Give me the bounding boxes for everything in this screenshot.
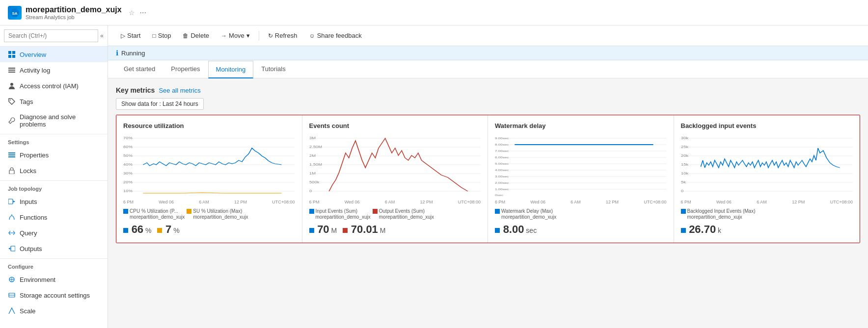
stop-button[interactable]: □ Stop (147, 29, 176, 42)
see-all-metrics-link[interactable]: See all metrics (159, 87, 200, 94)
svg-text:1.50M: 1.50M (309, 162, 322, 166)
legend-item-input: Input Events (Sum)morepartition_demo_xuj… (309, 208, 371, 220)
svg-rect-11 (8, 152, 15, 153)
legend-text-watermark: Watermark Delay (Max)morepartition_demo_… (501, 208, 556, 220)
app-icon: SA (8, 6, 22, 20)
scale-icon (8, 307, 16, 315)
environment-icon (8, 276, 16, 283)
sidebar-item-label: Functions (20, 214, 47, 221)
search-input[interactable] (4, 29, 98, 42)
svg-text:1M: 1M (309, 171, 316, 175)
show-data-button[interactable]: Show data for : Last 24 hours (116, 98, 204, 110)
sidebar-item-label: Activity log (20, 67, 50, 74)
share-feedback-button[interactable]: ☺ Share feedback (304, 29, 366, 42)
svg-text:3M: 3M (309, 136, 316, 140)
functions-icon (8, 213, 16, 221)
refresh-button[interactable]: ↻ Refresh (263, 29, 302, 42)
tab-get-started[interactable]: Get started (116, 60, 163, 78)
chart-x-labels-resource: 6 PMWed 066 AM12 PMUTC+08:00 (123, 200, 295, 204)
sidebar-item-label: Scale (20, 307, 36, 315)
toolbar-divider (259, 31, 259, 41)
svg-rect-5 (12, 55, 15, 58)
sidebar-item-functions[interactable]: Functions (0, 209, 108, 225)
sidebar-item-properties[interactable]: Properties (0, 147, 108, 163)
sidebar-item-overview[interactable]: Overview (0, 47, 108, 62)
output-value: 70.01 (351, 223, 378, 235)
metric-value-row-resource: 66 % 7 % (123, 223, 295, 236)
move-label: Move (229, 32, 244, 39)
svg-point-9 (10, 83, 13, 86)
svg-rect-2 (8, 51, 11, 54)
tab-tutorials[interactable]: Tutorials (253, 60, 293, 78)
query-icon (8, 229, 16, 237)
svg-text:9.00sec: 9.00sec (495, 137, 509, 140)
sidebar-item-access-control[interactable]: Access control (IAM) (0, 78, 108, 94)
backlogged-input-card: Backlogged input events 30k 25k 20k 15k (674, 115, 860, 243)
svg-text:2.50M: 2.50M (309, 145, 322, 149)
sidebar-item-locks[interactable]: Locks (0, 163, 108, 178)
favorite-icon[interactable]: ☆ (129, 9, 135, 17)
legend-color-watermark (495, 209, 500, 214)
svg-text:0sec: 0sec (495, 194, 504, 197)
legend-item-output: Output Events (Sum)morepartition_demo_xu… (373, 208, 434, 220)
sidebar-item-tags[interactable]: Tags (0, 94, 108, 109)
metric-value-row-backlogged: 26.70 k (681, 223, 853, 236)
cpu-metric: 66 % (123, 223, 151, 236)
legend-item-su: SU % Utilization (Max)morepartition_demo… (187, 208, 248, 220)
events-count-card: Events count 3M 2.50M 2M 1.50M 1M (302, 115, 488, 243)
job-topology-section-label: Job topology (0, 180, 108, 194)
svg-point-10 (10, 100, 11, 101)
sidebar-item-storage-account[interactable]: Storage account settings (0, 287, 108, 303)
key-metrics-title: Key metrics (116, 86, 155, 94)
svg-rect-16 (11, 246, 15, 251)
move-button[interactable]: → Move ▾ (216, 29, 255, 42)
properties-icon (8, 151, 16, 159)
stop-icon: □ (152, 32, 156, 39)
sidebar-collapse-button[interactable]: « (100, 32, 104, 39)
chart-legend-backlogged: Backlogged Input Events (Max)morepartiti… (681, 208, 853, 220)
legend-text-output: Output Events (Sum)morepartition_demo_xu… (379, 208, 434, 220)
sidebar-search-container: « (0, 25, 108, 47)
refresh-label: Refresh (275, 32, 298, 39)
su-legend-dot (157, 228, 162, 233)
svg-text:10%: 10% (123, 189, 133, 193)
chart-legend-watermark: Watermark Delay (Max)morepartition_demo_… (495, 208, 667, 220)
input-unit: M (329, 227, 337, 234)
watermark-legend-dot (495, 228, 500, 233)
share-feedback-label: Share feedback (317, 32, 362, 39)
svg-text:20%: 20% (123, 180, 133, 184)
backlogged-input-chart: 30k 25k 20k 15k 10k 5k 0 (681, 133, 853, 197)
input-legend-dot (309, 228, 314, 233)
chart-x-labels-events: 6 PMWed 066 AM12 PMUTC+08:00 (309, 200, 481, 204)
sidebar-item-diagnose[interactable]: Diagnose and solve problems (0, 109, 108, 132)
svg-text:40%: 40% (123, 162, 133, 166)
legend-text-input: Input Events (Sum)morepartition_demo_xuj… (316, 208, 371, 220)
resource-type: Stream Analytics job (26, 14, 122, 20)
backlogged-legend-dot (681, 228, 686, 233)
sidebar: « Overview Activity log Access control (… (0, 25, 108, 328)
svg-text:30%: 30% (123, 171, 133, 175)
tab-properties[interactable]: Properties (163, 60, 208, 78)
svg-rect-3 (12, 51, 15, 54)
sidebar-item-label: Storage account settings (20, 292, 90, 299)
sidebar-item-scale[interactable]: Scale (0, 303, 108, 319)
chart-x-labels-backlogged: 6 PMWed 066 AM12 PMUTC+08:00 (681, 200, 853, 204)
sidebar-item-environment[interactable]: Environment (0, 272, 108, 287)
content-area: ▷ Start □ Stop 🗑 Delete → Move ▾ ↻ Refre… (108, 25, 868, 328)
svg-text:6.00sec: 6.00sec (495, 156, 509, 159)
sidebar-item-inputs[interactable]: Inputs (0, 194, 108, 209)
sidebar-item-outputs[interactable]: Outputs (0, 241, 108, 256)
tab-monitoring[interactable]: Monitoring (208, 61, 254, 78)
start-icon: ▷ (121, 32, 125, 39)
status-text: Running (121, 50, 145, 57)
delete-button[interactable]: 🗑 Delete (178, 29, 214, 42)
more-options-icon[interactable]: ··· (140, 8, 146, 17)
output-legend-dot (343, 228, 348, 233)
cpu-legend-dot (123, 228, 128, 233)
output-unit: M (378, 227, 386, 234)
sidebar-item-query[interactable]: Query (0, 225, 108, 241)
start-button[interactable]: ▷ Start (116, 29, 145, 42)
sidebar-item-activity-log[interactable]: Activity log (0, 62, 108, 78)
person-icon (8, 82, 16, 90)
sidebar-item-label: Overview (20, 51, 46, 58)
